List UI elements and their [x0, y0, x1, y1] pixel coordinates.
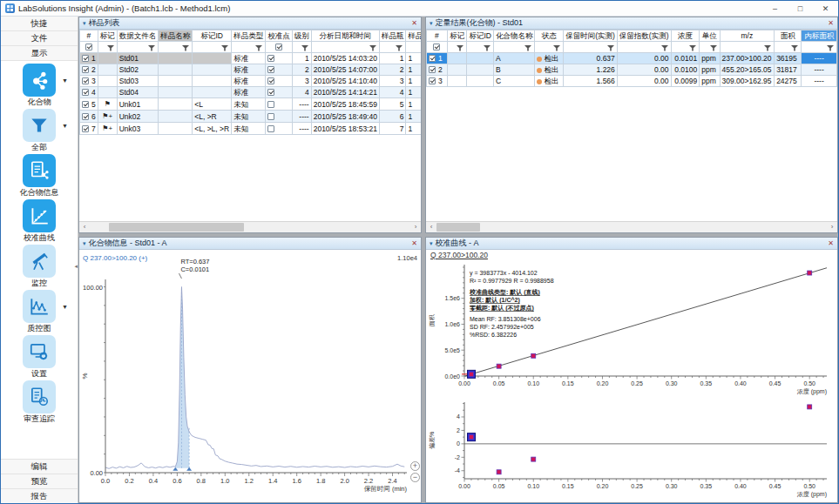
- filter-cell[interactable]: [447, 42, 467, 53]
- table-cell[interactable]: 检出: [535, 64, 564, 76]
- table-cell[interactable]: [159, 53, 193, 64]
- table-cell[interactable]: ⚑: [98, 98, 117, 111]
- sidebar-tool-compound-info[interactable]: 化合物信息: [1, 154, 78, 197]
- table-cell[interactable]: [193, 76, 232, 87]
- table-cell[interactable]: 标准: [232, 87, 266, 98]
- table-cell[interactable]: [447, 76, 467, 87]
- checkbox[interactable]: [82, 125, 89, 132]
- column-header[interactable]: 标记ID: [467, 30, 494, 42]
- table-cell[interactable]: 237.00>100.20: [720, 53, 775, 64]
- column-header[interactable]: m/z: [720, 30, 775, 42]
- table-cell[interactable]: [98, 64, 117, 76]
- filter-cell[interactable]: [266, 42, 293, 53]
- data-point-marker[interactable]: [470, 435, 474, 440]
- data-point-marker[interactable]: [497, 470, 501, 474]
- scroll-left-arrow[interactable]: ‹: [426, 222, 436, 232]
- column-header[interactable]: 样品名称: [159, 30, 193, 42]
- table-cell[interactable]: 2010/5/25 18:49:40: [311, 111, 379, 123]
- sidebar-tool-audit-trail[interactable]: 审查追踪: [1, 380, 78, 423]
- filter-cell[interactable]: [232, 42, 266, 53]
- table-cell[interactable]: 2010/5/25 18:53:21: [311, 123, 379, 135]
- column-header[interactable]: 单位: [700, 30, 720, 42]
- filter-cell[interactable]: [535, 42, 564, 53]
- column-header[interactable]: 样品瓶: [379, 30, 406, 42]
- sidebar-tool-compound[interactable]: 化合物▼: [1, 64, 78, 106]
- table-cell[interactable]: 1.566: [564, 76, 618, 87]
- table-cell[interactable]: ppm: [700, 76, 720, 87]
- table-cell[interactable]: [159, 87, 193, 98]
- data-point-marker[interactable]: [531, 457, 536, 461]
- close-button[interactable]: ✕: [813, 1, 838, 16]
- table-cell[interactable]: 4: [80, 87, 98, 98]
- column-header[interactable]: 内标面积: [802, 30, 837, 42]
- sidebar-item-display[interactable]: 显示: [1, 46, 78, 61]
- filter-cell[interactable]: [720, 42, 775, 53]
- column-header[interactable]: #: [80, 30, 98, 42]
- sidebar-item-preview[interactable]: 预览: [1, 474, 78, 488]
- data-point-marker[interactable]: [808, 271, 812, 275]
- table-cell[interactable]: [193, 64, 232, 76]
- calibration-plot[interactable]: 0.0e05.0e51.0e61.5e60.000.050.100.150.20…: [426, 261, 837, 397]
- table-cell[interactable]: B: [493, 64, 535, 76]
- filter-cell[interactable]: [617, 42, 671, 53]
- collapse-icon[interactable]: ▾: [430, 20, 433, 27]
- table-cell[interactable]: ⚑+: [98, 111, 117, 123]
- table-cell[interactable]: 1: [406, 123, 421, 135]
- checkbox[interactable]: [429, 66, 436, 73]
- table-cell[interactable]: Std01: [117, 53, 159, 64]
- table-cell[interactable]: 0.0099: [671, 76, 700, 87]
- filter-cell[interactable]: [292, 42, 311, 53]
- checkbox[interactable]: [82, 101, 89, 108]
- column-header[interactable]: 化合物名称: [493, 30, 535, 42]
- chromatogram-plot[interactable]: 100.000.00%0.00.20.40.60.81.01.21.41.61.…: [79, 250, 421, 502]
- filter-cell[interactable]: [406, 42, 421, 53]
- table-cell[interactable]: 5: [379, 98, 406, 111]
- filter-cell[interactable]: [700, 42, 720, 53]
- close-icon[interactable]: ✕: [828, 239, 834, 247]
- table-cell[interactable]: [266, 98, 293, 111]
- table-cell[interactable]: 检出: [535, 76, 564, 87]
- table-cell[interactable]: ----: [802, 76, 837, 87]
- table-cell[interactable]: 7: [80, 123, 98, 135]
- table-cell[interactable]: 3: [292, 76, 311, 87]
- table-cell[interactable]: ppm: [700, 64, 720, 76]
- table-cell[interactable]: <L: [193, 98, 232, 111]
- maximize-button[interactable]: □: [788, 1, 813, 16]
- checkbox[interactable]: [429, 77, 436, 84]
- sidebar-tool-all-filter[interactable]: 全部▼: [1, 109, 78, 151]
- table-cell[interactable]: ppm: [700, 53, 720, 64]
- zoom-out-button[interactable]: −: [410, 473, 420, 482]
- table-cell[interactable]: Unk03: [117, 123, 159, 135]
- table-cell[interactable]: 2: [80, 64, 98, 76]
- table-cell[interactable]: 1: [292, 53, 311, 64]
- table-cell[interactable]: 4: [379, 87, 406, 98]
- zoom-in-button[interactable]: +: [410, 461, 420, 471]
- collapse-icon[interactable]: ▾: [430, 240, 433, 247]
- table-row[interactable]: 1A检出0.6370.000.0101ppm237.00>100.2036195…: [427, 53, 837, 64]
- filter-cell[interactable]: [775, 42, 802, 53]
- horizontal-scrollbar[interactable]: ‹ ›: [426, 221, 837, 232]
- table-cell[interactable]: 455.20>165.05: [720, 64, 775, 76]
- column-header[interactable]: 级别: [292, 30, 311, 42]
- checkbox[interactable]: [82, 55, 89, 62]
- checkbox[interactable]: [267, 125, 274, 132]
- checkbox[interactable]: [85, 44, 92, 50]
- table-cell[interactable]: [447, 53, 467, 64]
- checkbox[interactable]: [82, 77, 89, 84]
- table-cell[interactable]: ----: [802, 64, 837, 76]
- table-cell[interactable]: 2010/5/25 14:03:20: [311, 53, 379, 64]
- scroll-left-arrow[interactable]: ‹: [79, 222, 90, 232]
- close-icon[interactable]: ✕: [411, 239, 417, 247]
- table-row[interactable]: 2B检出1.2260.000.0100ppm455.20>165.0531817…: [427, 64, 837, 76]
- table-cell[interactable]: 36195: [775, 53, 802, 64]
- filter-cell[interactable]: [193, 42, 232, 53]
- table-cell[interactable]: Unk02: [117, 111, 159, 123]
- close-icon[interactable]: ✕: [411, 19, 417, 27]
- data-point-marker[interactable]: [497, 364, 501, 368]
- filter-cell[interactable]: [493, 42, 535, 53]
- deviation-plot[interactable]: -4-20240.000.050.100.150.200.250.300.350…: [426, 397, 837, 501]
- table-cell[interactable]: 1: [406, 53, 421, 64]
- table-cell[interactable]: [266, 64, 293, 76]
- table-cell[interactable]: 未知: [232, 111, 266, 123]
- table-cell[interactable]: 1: [406, 98, 421, 111]
